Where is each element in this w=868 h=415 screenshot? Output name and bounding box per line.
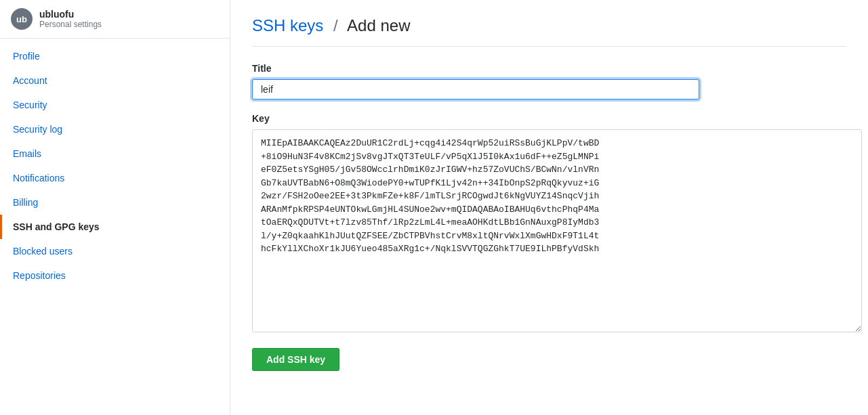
sidebar-item-security-log[interactable]: Security log <box>0 117 230 141</box>
sidebar-link-notifications[interactable]: Notifications <box>0 166 230 190</box>
sidebar-navigation: Profile Account Security Security log Em… <box>0 39 230 293</box>
sidebar-item-account[interactable]: Account <box>0 68 230 93</box>
avatar: ub <box>11 8 33 30</box>
title-field-group: Title <box>252 63 846 100</box>
sidebar-item-billing[interactable]: Billing <box>0 190 230 215</box>
sidebar-link-security-log[interactable]: Security log <box>0 117 230 141</box>
breadcrumb-link[interactable]: SSH keys <box>252 16 323 35</box>
user-profile-section: ub ubluofu Personal settings <box>0 0 230 39</box>
sidebar-item-ssh-gpg-keys[interactable]: SSH and GPG keys <box>0 215 230 239</box>
sidebar-link-security[interactable]: Security <box>0 93 230 117</box>
sidebar-item-notifications[interactable]: Notifications <box>0 166 230 190</box>
title-input[interactable] <box>252 79 699 100</box>
sidebar-link-emails[interactable]: Emails <box>0 141 230 166</box>
sidebar-item-profile[interactable]: Profile <box>0 44 230 68</box>
sidebar-link-profile[interactable]: Profile <box>0 44 230 68</box>
breadcrumb-current: Add new <box>347 16 410 35</box>
sidebar-link-account[interactable]: Account <box>0 68 230 93</box>
key-field-group: Key <box>252 113 846 334</box>
sidebar-link-blocked-users[interactable]: Blocked users <box>0 239 230 263</box>
main-content: SSH keys / Add new Title Key Add SSH key <box>230 0 868 415</box>
breadcrumb-separator: / <box>333 16 338 35</box>
sidebar-item-blocked-users[interactable]: Blocked users <box>0 239 230 263</box>
sidebar-item-repositories[interactable]: Repositories <box>0 263 230 288</box>
key-textarea[interactable] <box>252 129 862 332</box>
sidebar: ub ubluofu Personal settings Profile Acc… <box>0 0 230 415</box>
sidebar-link-ssh-gpg-keys[interactable]: SSH and GPG keys <box>0 215 230 239</box>
username: ubluofu <box>39 9 102 20</box>
page-header: SSH keys / Add new <box>252 16 846 47</box>
user-subtitle: Personal settings <box>39 20 102 29</box>
sidebar-item-security[interactable]: Security <box>0 93 230 117</box>
sidebar-link-repositories[interactable]: Repositories <box>0 263 230 288</box>
page-title: SSH keys / Add new <box>252 16 846 35</box>
key-label: Key <box>252 113 846 124</box>
sidebar-link-billing[interactable]: Billing <box>0 190 230 215</box>
sidebar-item-emails[interactable]: Emails <box>0 141 230 166</box>
title-label: Title <box>252 63 846 74</box>
add-ssh-key-button[interactable]: Add SSH key <box>252 348 339 371</box>
